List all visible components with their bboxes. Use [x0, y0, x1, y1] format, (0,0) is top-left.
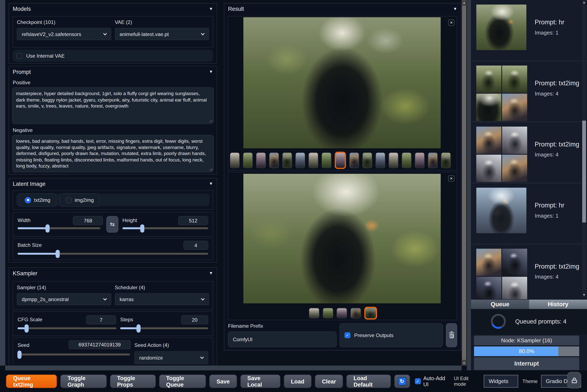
- history-scrollbar[interactable]: ▲ ▼: [582, 0, 587, 297]
- result-image[interactable]: [243, 17, 441, 148]
- queue-txt2img-button[interactable]: Queue txt2img: [6, 374, 57, 388]
- steps-input[interactable]: 20: [181, 316, 208, 324]
- width-slider[interactable]: [18, 228, 100, 229]
- gallery-thumbnail[interactable]: [362, 152, 372, 168]
- checkpoint-dropdown[interactable]: refslaveV2_v2.safetensors: [17, 28, 111, 40]
- history-thumbnail-grid[interactable]: [476, 66, 528, 121]
- history-thumbnail[interactable]: [476, 4, 527, 50]
- main-scrollbar[interactable]: ▲ ▼: [462, 0, 466, 366]
- scrollbar-thumb[interactable]: [582, 121, 586, 223]
- history-thumbnail[interactable]: [476, 188, 527, 234]
- gallery-thumbnail-selected[interactable]: [364, 307, 377, 320]
- history-thumbnail[interactable]: [476, 277, 502, 299]
- history-thumbnail[interactable]: [502, 249, 527, 276]
- history-item[interactable]: Prompt: txt2imgImages: 4: [471, 122, 587, 183]
- collapse-icon[interactable]: ▼: [453, 6, 457, 11]
- toggle-graph-button[interactable]: Toggle Graph: [60, 374, 106, 388]
- gallery-thumbnail[interactable]: [309, 308, 319, 318]
- gallery-thumbnail[interactable]: [349, 152, 359, 168]
- history-thumbnail[interactable]: [502, 94, 527, 121]
- collapse-icon[interactable]: ▼: [209, 181, 213, 186]
- gallery-thumbnail[interactable]: [243, 152, 253, 168]
- collapse-icon[interactable]: ▼: [209, 69, 213, 74]
- resize-grip-icon[interactable]: [209, 119, 212, 122]
- gallery-thumbnail[interactable]: [230, 152, 240, 168]
- height-slider[interactable]: [122, 228, 208, 229]
- batch-size-input[interactable]: 4: [183, 241, 208, 250]
- steps-slider[interactable]: [120, 327, 208, 329]
- history-thumbnail-grid[interactable]: [476, 126, 528, 182]
- scrollbar-thumb[interactable]: [462, 6, 466, 360]
- close-icon[interactable]: ✕: [448, 175, 455, 182]
- history-thumbnail[interactable]: [476, 126, 502, 154]
- gallery-thumbnail[interactable]: [389, 152, 398, 168]
- gallery-thumbnail[interactable]: [256, 152, 266, 168]
- vae-dropdown[interactable]: animefull-latest.vae.pt: [115, 28, 209, 40]
- scroll-up-icon[interactable]: ▲: [462, 0, 466, 5]
- lock-button[interactable]: [567, 372, 581, 388]
- gallery-thumbnail[interactable]: [402, 152, 411, 168]
- refresh-button[interactable]: ↻: [394, 374, 410, 388]
- collapse-icon[interactable]: ▼: [209, 271, 213, 275]
- cfg-scale-slider[interactable]: [18, 327, 116, 329]
- batch-size-slider[interactable]: [18, 253, 208, 255]
- preserve-outputs-checkbox[interactable]: ✓: [344, 332, 351, 338]
- history-item[interactable]: Prompt: hrImages: 1: [471, 0, 587, 61]
- result-image[interactable]: [243, 174, 441, 303]
- collapse-icon[interactable]: ▼: [209, 6, 213, 11]
- delete-outputs-button[interactable]: [446, 323, 457, 347]
- history-thumbnail[interactable]: [476, 94, 502, 121]
- auto-add-ui-checkbox[interactable]: ✓: [415, 378, 421, 384]
- scroll-down-icon[interactable]: ▼: [582, 292, 587, 297]
- close-icon[interactable]: ✕: [448, 20, 455, 26]
- tab-history[interactable]: History: [529, 300, 587, 309]
- swap-dimensions-button[interactable]: ⇆: [106, 216, 118, 232]
- gallery-thumbnail[interactable]: [337, 308, 347, 318]
- load-button[interactable]: Load: [284, 374, 311, 388]
- seed-slider[interactable]: [18, 354, 130, 356]
- positive-prompt-textarea[interactable]: masterpiece, hyper detailed background, …: [12, 87, 214, 124]
- load-default-button[interactable]: Load Default: [347, 374, 391, 388]
- history-item[interactable]: Prompt: txt2imgImages: 4: [471, 244, 587, 300]
- gallery-thumbnail[interactable]: [441, 152, 451, 168]
- height-input[interactable]: 512: [178, 216, 208, 225]
- use-internal-vae-checkbox[interactable]: ✓: [16, 53, 22, 59]
- toggle-queue-button[interactable]: Toggle Queue: [159, 374, 206, 388]
- clear-button[interactable]: Clear: [315, 374, 343, 388]
- history-thumbnail[interactable]: [476, 154, 502, 182]
- gallery-thumbnail[interactable]: [415, 152, 425, 168]
- ui-edit-mode-select[interactable]: Widgets: [484, 375, 518, 388]
- save-local-button[interactable]: Save Local: [240, 374, 280, 388]
- gallery-thumbnail[interactable]: [323, 308, 333, 318]
- radio-img2img[interactable]: img2img: [60, 193, 99, 207]
- width-input[interactable]: 768: [73, 216, 103, 225]
- seed-input[interactable]: 693741274019139: [68, 340, 131, 349]
- radio-txt2img[interactable]: txt2img: [19, 193, 56, 207]
- negative-prompt-textarea[interactable]: lowres, bad anatomy, bad hands, text, er…: [12, 135, 214, 172]
- scroll-up-icon[interactable]: ▲: [582, 0, 587, 4]
- gallery-thumbnail[interactable]: [322, 152, 331, 168]
- scheduler-dropdown[interactable]: karras: [115, 293, 209, 305]
- gallery-thumbnail[interactable]: [351, 308, 361, 318]
- history-thumbnail[interactable]: [502, 66, 527, 93]
- gallery-thumbnail[interactable]: [295, 152, 305, 168]
- save-button[interactable]: Save: [209, 374, 237, 388]
- history-item[interactable]: Prompt: hrImages: 1: [471, 183, 587, 244]
- resize-grip-icon[interactable]: [209, 167, 212, 171]
- gallery-thumbnail[interactable]: [308, 152, 318, 168]
- history-item[interactable]: Prompt: txt2imgImages: 4: [471, 61, 587, 122]
- interrupt-button[interactable]: Interrupt: [474, 357, 579, 370]
- toggle-props-button[interactable]: Toggle Props: [110, 374, 156, 388]
- gallery-thumbnail[interactable]: [269, 152, 279, 168]
- history-thumbnail[interactable]: [502, 154, 527, 182]
- seed-action-dropdown[interactable]: randomize: [134, 351, 208, 364]
- gallery-thumbnail[interactable]: [428, 152, 438, 168]
- filename-prefix-input[interactable]: ComfyUI: [228, 332, 337, 347]
- horizontal-scrollbar-track[interactable]: [5, 366, 462, 370]
- scroll-down-icon[interactable]: ▼: [462, 360, 466, 366]
- history-thumbnail-grid[interactable]: [476, 249, 528, 299]
- gallery-thumbnail-selected[interactable]: [335, 152, 346, 169]
- history-thumbnail[interactable]: [502, 277, 527, 299]
- gallery-thumbnail[interactable]: [375, 152, 385, 168]
- gallery-thumbnail[interactable]: [282, 152, 292, 168]
